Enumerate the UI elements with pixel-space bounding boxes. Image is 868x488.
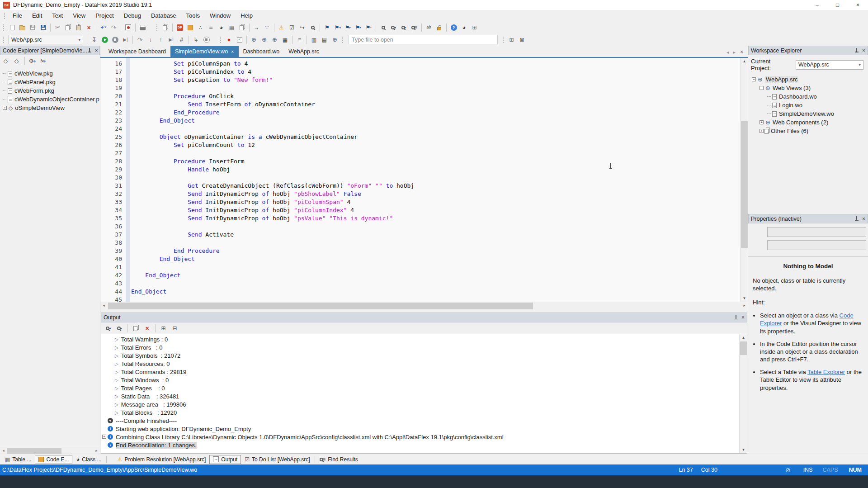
call-stack-button[interactable]: ↳ bbox=[191, 34, 201, 45]
horizontal-splitter[interactable] bbox=[100, 309, 748, 313]
exit-code-button[interactable]: ↪ bbox=[297, 22, 307, 33]
collapse-all-button[interactable]: ⊟ bbox=[170, 323, 180, 333]
open-file-button[interactable] bbox=[17, 22, 28, 33]
run-step-button[interactable]: ▶| bbox=[120, 34, 131, 45]
code-line-38[interactable]: 38 bbox=[100, 239, 740, 247]
current-project-combo[interactable]: WebApp.src ▾ bbox=[796, 60, 863, 70]
panel-tab-output[interactable]: →Output bbox=[209, 455, 241, 464]
menu-file[interactable]: File bbox=[8, 11, 27, 20]
pin-icon[interactable] bbox=[87, 48, 92, 53]
code-line-29[interactable]: 29 Handle hoObj bbox=[100, 166, 740, 174]
tab-scroll-left-icon[interactable]: ◂ bbox=[726, 50, 729, 55]
undo-button[interactable]: ↶ bbox=[98, 22, 108, 33]
page-copy-button[interactable] bbox=[237, 22, 247, 33]
scroll-thumb[interactable] bbox=[741, 121, 748, 248]
tree-item-web-components-2-[interactable]: +⊕Web Components (2) bbox=[751, 118, 865, 127]
output-row[interactable]: iStarting web application: DFDynamic_Dem… bbox=[101, 425, 739, 433]
paste-button[interactable] bbox=[73, 22, 84, 33]
expander-icon[interactable]: + bbox=[3, 106, 7, 110]
window-cascade-button[interactable] bbox=[160, 22, 170, 33]
sync-web-app-button[interactable]: ⊕ bbox=[249, 34, 259, 45]
find-next-button[interactable]: ▸ bbox=[399, 22, 409, 33]
code-line-35[interactable]: 35 Send InitDynamicProp of hoObj "psValu… bbox=[100, 214, 740, 223]
object-selector[interactable] bbox=[767, 227, 866, 237]
problem-dialog-button[interactable]: ⚠ bbox=[276, 22, 287, 33]
color-palette-button[interactable]: ◕ bbox=[216, 22, 226, 33]
bookmark-toggle-button[interactable]: ⚑ bbox=[322, 22, 332, 33]
step-into-button[interactable]: ↓ bbox=[145, 34, 156, 45]
scroll-right-icon[interactable]: ▸ bbox=[93, 447, 100, 454]
output-row[interactable]: ▷Message area : 199806 bbox=[101, 400, 739, 408]
file-open-input[interactable] bbox=[349, 35, 498, 44]
code-line-41[interactable]: 41 bbox=[100, 263, 740, 271]
code-line-22[interactable]: 22 End_Procedure bbox=[100, 109, 740, 117]
scroll-thumb[interactable] bbox=[108, 303, 533, 309]
validate-form-button[interactable]: ✓ bbox=[234, 34, 245, 45]
web-properties-button[interactable]: ⚙⊕ bbox=[27, 56, 38, 66]
menu-text[interactable]: Text bbox=[47, 11, 68, 20]
cut-button[interactable]: ✂ bbox=[52, 22, 63, 33]
output-row[interactable]: ----Compile Finished---- bbox=[101, 417, 739, 425]
scroll-down-icon[interactable]: ▼ bbox=[741, 295, 748, 302]
class-browser-button[interactable]: ∴ bbox=[195, 22, 206, 33]
align-tools-button[interactable]: ≡ bbox=[294, 34, 305, 45]
restart-button[interactable]: ↷ bbox=[135, 34, 145, 45]
search-next-button[interactable]: ▸ bbox=[114, 323, 125, 333]
grid-options-button[interactable]: ⊞ bbox=[469, 22, 480, 33]
output-vscrollbar[interactable]: ▲ ▼ bbox=[739, 334, 747, 453]
sync-object-up-button[interactable]: ◇↑ bbox=[1, 56, 11, 66]
maximize-button[interactable]: □ bbox=[827, 0, 848, 10]
save-all-button[interactable] bbox=[38, 22, 48, 33]
table-lookup-button[interactable]: ▦ bbox=[226, 22, 237, 33]
table-delete-button[interactable]: ⊠ bbox=[517, 34, 527, 45]
scroll-up-icon[interactable]: ▲ bbox=[740, 334, 747, 341]
lock-button[interactable] bbox=[434, 22, 444, 33]
run-to-cursor-button[interactable]: ▶I bbox=[166, 34, 176, 45]
find-button[interactable] bbox=[378, 22, 388, 33]
tree-item-other-files-6-[interactable]: +Other Files (6) bbox=[751, 127, 865, 135]
step-out-button[interactable]: ↑ bbox=[156, 34, 166, 45]
compile-button[interactable]: ↧ bbox=[89, 34, 99, 45]
output-row[interactable]: ▷Total Pages : 0 bbox=[101, 384, 739, 392]
clear-output-button[interactable]: × bbox=[142, 323, 152, 333]
editor-tab-workspace-dashboard[interactable]: Workspace Dashboard bbox=[104, 46, 170, 57]
code-line-33[interactable]: 33 Send InitDynamicProp of hoObj "piColu… bbox=[100, 198, 740, 206]
code-line-36[interactable]: 36 bbox=[100, 223, 740, 231]
code-line-44[interactable]: 44End_Object bbox=[100, 288, 740, 296]
output-row[interactable]: ▷Total Resources: 0 bbox=[101, 360, 739, 368]
code-line-42[interactable]: 42 End_Object bbox=[100, 271, 740, 280]
web-functions-button[interactable]: fx⊕ bbox=[38, 56, 48, 66]
output-row[interactable]: ▷Total Symbols : 21072 bbox=[101, 351, 739, 360]
output-row[interactable]: ▷Total Blocks : 12920 bbox=[101, 408, 739, 417]
scroll-up-icon[interactable]: ▲ bbox=[741, 58, 748, 65]
code-structure-button[interactable]: ∵ bbox=[262, 22, 272, 33]
menu-edit[interactable]: Edit bbox=[27, 11, 47, 20]
windows-taskbar[interactable] bbox=[0, 475, 868, 488]
editor-vscrollbar[interactable]: ▲ ▼ bbox=[740, 58, 748, 302]
output-row[interactable]: ▷Static Data : 326481 bbox=[101, 392, 739, 400]
tree-item-web-views-3-[interactable]: −⊕Web Views (3) bbox=[751, 84, 865, 92]
menu-project[interactable]: Project bbox=[90, 11, 118, 20]
menu-help[interactable]: Help bbox=[236, 11, 258, 20]
scroll-right-icon[interactable]: ▸ bbox=[741, 302, 748, 309]
copy-button[interactable] bbox=[63, 22, 73, 33]
delete-button[interactable]: × bbox=[84, 22, 94, 33]
code-line-21[interactable]: 21 Send InsertForm of oDynamicContainer bbox=[100, 100, 740, 109]
code-line-18[interactable]: 18 Set psCaption to "New form!" bbox=[100, 76, 740, 84]
code-line-26[interactable]: 26 Set piColumnCount to 12 bbox=[100, 141, 740, 149]
expander-icon[interactable]: + bbox=[760, 120, 764, 124]
toggle-breakpoint-button[interactable]: # bbox=[176, 34, 187, 45]
code-line-28[interactable]: 28 Procedure InsertForm bbox=[100, 157, 740, 166]
record-macro-button[interactable] bbox=[123, 22, 133, 33]
help-button[interactable]: ? bbox=[448, 22, 459, 33]
tree-item-webapp-src[interactable]: −⊕WebApp.src bbox=[751, 75, 865, 84]
bookmark-clear-button[interactable]: ⚑× bbox=[363, 22, 374, 33]
code-line-27[interactable]: 27 bbox=[100, 149, 740, 157]
bookmark-next-button[interactable]: ⚑▸ bbox=[343, 22, 353, 33]
code-line-34[interactable]: 34 Send InitDynamicProp of hoObj "piColu… bbox=[100, 206, 740, 214]
find-prev-button[interactable]: ◂ bbox=[388, 22, 399, 33]
quick-find-button[interactable] bbox=[307, 22, 318, 33]
browse-web-app-button[interactable]: ⊕ bbox=[269, 34, 280, 45]
sync-object-down-button[interactable]: ◇↓ bbox=[12, 56, 22, 66]
project-combo[interactable]: WebApp.src▾ bbox=[9, 35, 83, 44]
